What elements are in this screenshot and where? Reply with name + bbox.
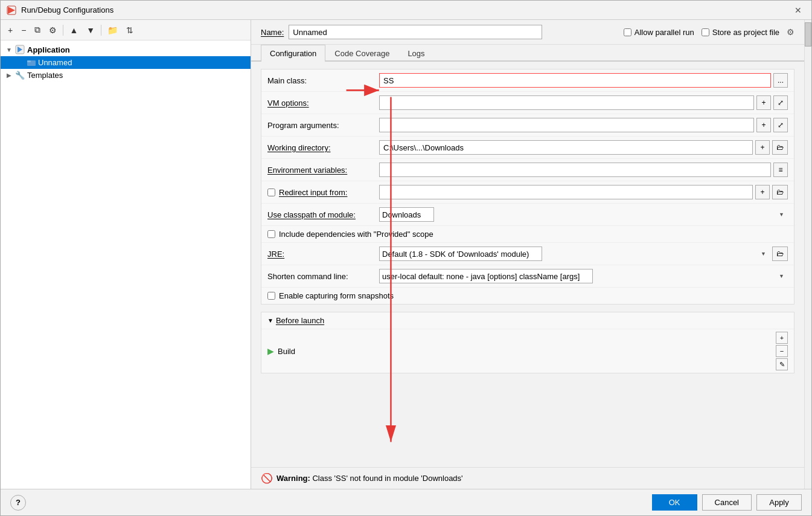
warning-message: Class 'SS' not found in module 'Download… <box>310 474 463 483</box>
redirect-input-checkbox[interactable] <box>267 189 275 196</box>
main-config-section: Main class: ... VM options: + <box>261 69 794 305</box>
copy-config-button[interactable]: ⧉ <box>31 22 44 37</box>
tree-item-unnamed[interactable]: Unnamed <box>1 56 251 69</box>
warning-bar: 🚫 Warning: Class 'SS' not found in modul… <box>251 467 804 489</box>
toolbar-divider-2 <box>101 25 101 36</box>
working-dir-browse-button[interactable]: 🗁 <box>772 140 788 155</box>
before-launch-header[interactable]: ▼ Before launch <box>261 312 794 329</box>
left-panel: + − ⧉ ⚙ ▲ ▼ 📁 ⇅ ▼ Applic <box>1 20 251 489</box>
cancel-button[interactable]: Cancel <box>702 494 752 511</box>
store-as-project-checkbox[interactable] <box>702 28 709 36</box>
before-launch-section: ▼ Before launch ▶ Build + − ✎ <box>261 312 794 373</box>
env-vars-row: Environment variables: ≡ <box>261 159 794 181</box>
working-dir-row: Working directory: + 🗁 <box>261 137 794 159</box>
right-area: Name: Allow parallel run Store as projec… <box>251 20 811 489</box>
store-as-project-group: Store as project file <box>702 28 779 37</box>
application-label: Application <box>27 45 70 54</box>
redirect-browse-button[interactable]: 🗁 <box>772 185 788 199</box>
working-dir-add-button[interactable]: + <box>755 140 770 155</box>
vm-options-label: VM options: <box>267 98 379 108</box>
vm-options-input[interactable] <box>379 95 754 110</box>
right-scrollbar[interactable] <box>804 20 811 489</box>
vm-options-row: VM options: + ⤢ <box>261 92 794 114</box>
working-dir-label: Working directory: <box>267 143 379 152</box>
jre-browse-button[interactable]: 🗁 <box>772 247 788 261</box>
shorten-cmd-select[interactable]: user-local default: none - java [options… <box>379 269 593 283</box>
before-launch-add-button[interactable]: + <box>776 332 788 344</box>
name-bar: Name: Allow parallel run Store as projec… <box>251 20 804 45</box>
program-args-row: Program arguments: + ⤢ <box>261 114 794 137</box>
allow-parallel-label: Allow parallel run <box>635 28 694 37</box>
classpath-row: Use classpath of module: Downloads <box>261 204 794 226</box>
vm-options-expand-button[interactable]: ⤢ <box>773 95 788 110</box>
apply-button[interactable]: Apply <box>756 494 802 511</box>
enable-snapshots-checkbox[interactable] <box>267 292 275 300</box>
vm-options-add-button[interactable]: + <box>756 95 771 110</box>
expand-icon-templates: ▶ <box>5 72 13 79</box>
toolbar: + − ⧉ ⚙ ▲ ▼ 📁 ⇅ <box>1 20 251 40</box>
scrollbar-thumb[interactable] <box>805 22 811 47</box>
enable-snapshots-label: Enable capturing form snapshots <box>279 291 394 300</box>
toolbar-divider-1 <box>63 25 63 36</box>
help-button[interactable]: ? <box>10 495 26 511</box>
redirect-input-input[interactable] <box>379 185 753 199</box>
move-down-button[interactable]: ▼ <box>83 23 98 37</box>
close-button[interactable]: ✕ <box>791 4 805 16</box>
redirect-add-button[interactable]: + <box>755 185 770 199</box>
redirect-input-row: Redirect input from: + 🗁 <box>261 181 794 204</box>
classpath-select[interactable]: Downloads <box>379 207 434 222</box>
working-dir-input[interactable] <box>379 140 753 155</box>
build-label: Build <box>278 347 295 356</box>
settings-button[interactable]: ⚙ <box>45 23 60 37</box>
settings-gear-button[interactable]: ⚙ <box>787 27 794 37</box>
program-args-label: Program arguments: <box>267 121 379 130</box>
tab-logs[interactable]: Logs <box>398 45 433 62</box>
tree-item-templates[interactable]: ▶ 🔧 Templates <box>1 69 251 82</box>
env-vars-list-button[interactable]: ≡ <box>773 163 788 177</box>
main-class-input[interactable] <box>379 73 771 88</box>
main-content: + − ⧉ ⚙ ▲ ▼ 📁 ⇅ ▼ Applic <box>1 20 811 489</box>
add-config-button[interactable]: + <box>4 23 16 37</box>
enable-snapshots-row: Enable capturing form snapshots <box>261 288 794 304</box>
svg-rect-5 <box>27 60 31 62</box>
program-args-expand-button[interactable]: ⤢ <box>773 118 788 132</box>
main-class-row: Main class: ... <box>261 69 794 92</box>
sort-button[interactable]: ⇅ <box>123 23 137 37</box>
remove-config-button[interactable]: − <box>18 23 30 37</box>
before-launch-remove-button[interactable]: − <box>776 345 788 357</box>
program-args-add-button[interactable]: + <box>756 118 771 132</box>
before-launch-label: Before launch <box>276 316 324 325</box>
include-deps-row: Include dependencies with "Provided" sco… <box>261 226 794 243</box>
folder-button[interactable]: 📁 <box>104 23 121 37</box>
unnamed-label: Unnamed <box>38 58 72 67</box>
right-panel: Name: Allow parallel run Store as projec… <box>251 20 804 489</box>
jre-select[interactable]: Default (1.8 - SDK of 'Downloads' module… <box>379 247 542 261</box>
config-form: Main class: ... VM options: + <box>251 62 804 467</box>
tabs-bar: Configuration Code Coverage Logs <box>251 45 804 62</box>
store-as-project-label: Store as project file <box>712 28 779 37</box>
ok-button[interactable]: OK <box>652 494 697 511</box>
classpath-select-wrapper: Downloads <box>379 207 788 222</box>
name-input[interactable] <box>289 25 542 39</box>
program-args-input[interactable] <box>379 118 754 132</box>
before-launch-expand-icon: ▼ <box>267 317 273 324</box>
warning-text: Warning: Class 'SS' not found in module … <box>277 474 463 483</box>
before-launch-edit-button[interactable]: ✎ <box>776 358 788 370</box>
tab-configuration[interactable]: Configuration <box>261 45 325 62</box>
allow-parallel-group: Allow parallel run <box>624 28 694 37</box>
shorten-cmd-row: Shorten command line: user-local default… <box>261 265 794 288</box>
warning-bold: Warning: <box>277 474 310 483</box>
tab-code-coverage[interactable]: Code Coverage <box>325 45 398 62</box>
env-vars-input[interactable] <box>379 163 771 177</box>
tree-item-application[interactable]: ▼ Application <box>1 43 251 56</box>
env-vars-label: Environment variables: <box>267 166 379 175</box>
title-bar: Run/Debug Configurations ✕ <box>1 1 811 20</box>
main-class-browse-button[interactable]: ... <box>773 73 788 88</box>
move-up-button[interactable]: ▲ <box>66 23 82 37</box>
shorten-cmd-select-wrapper: user-local default: none - java [options… <box>379 269 788 283</box>
allow-parallel-checkbox[interactable] <box>624 28 631 36</box>
app-icon <box>7 5 16 15</box>
jre-label: JRE: <box>267 250 379 259</box>
expand-icon-application: ▼ <box>5 47 13 53</box>
include-deps-checkbox[interactable] <box>267 230 275 238</box>
